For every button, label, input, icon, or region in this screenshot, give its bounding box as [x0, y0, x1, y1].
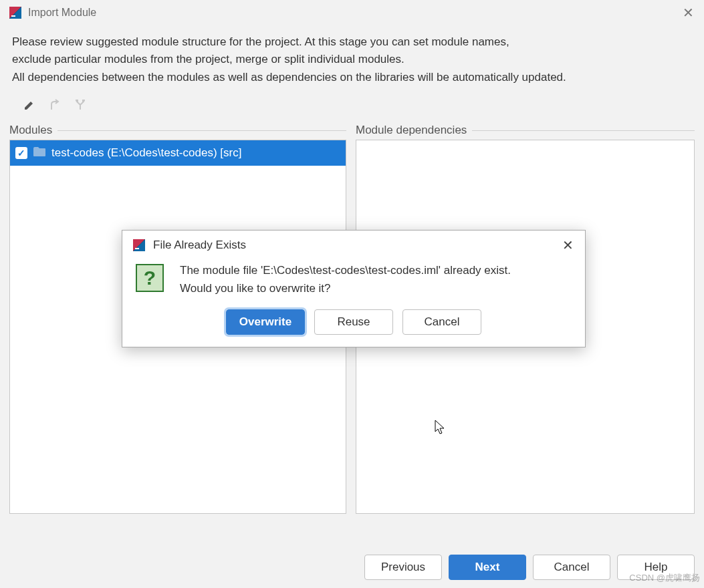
dialog-message-line: The module file 'E:\Codes\test-codes\tes… — [180, 261, 511, 279]
divider — [472, 130, 695, 131]
next-button[interactable]: Next — [449, 555, 526, 580]
file-exists-dialog: File Already Exists ✕ ? The module file … — [122, 230, 586, 347]
dialog-body: ? The module file 'E:\Codes\test-codes\t… — [122, 257, 585, 307]
watermark: CSDN @虎啸鹰扬 — [629, 572, 700, 584]
window-title: Import Module — [28, 7, 680, 19]
dialog-titlebar: File Already Exists ✕ — [122, 231, 585, 257]
mouse-cursor-icon — [435, 420, 447, 438]
dialog-title: File Already Exists — [153, 239, 553, 252]
reuse-button[interactable]: Reuse — [314, 309, 393, 335]
dependencies-label: Module dependencies — [356, 124, 467, 137]
dialog-close-icon[interactable]: ✕ — [560, 237, 576, 253]
module-row[interactable]: ✓ test-codes (E:\Codes\test-codes) [src] — [10, 140, 346, 166]
module-checkbox[interactable]: ✓ — [15, 147, 27, 159]
edit-icon[interactable] — [23, 98, 36, 114]
intellij-icon — [132, 238, 146, 253]
dialog-message: The module file 'E:\Codes\test-codes\tes… — [180, 261, 511, 297]
svg-rect-3 — [135, 248, 139, 249]
question-icon: ? — [136, 264, 164, 292]
instructions: Please review suggested module structure… — [0, 25, 704, 93]
merge-icon — [48, 98, 62, 114]
folder-icon — [33, 146, 46, 160]
module-label: test-codes (E:\Codes\test-codes) [src] — [51, 146, 241, 160]
intellij-icon — [8, 5, 23, 20]
dialog-message-line: Would you like to overwrite it? — [180, 279, 511, 297]
dialog-cancel-button[interactable]: Cancel — [402, 309, 481, 335]
modules-header: Modules — [9, 124, 346, 140]
modules-label: Modules — [9, 124, 52, 137]
close-icon[interactable]: ✕ — [680, 5, 696, 21]
divider — [57, 130, 346, 131]
toolbar — [0, 93, 704, 117]
split-icon — [74, 98, 87, 114]
dependencies-header: Module dependencies — [356, 124, 695, 140]
titlebar: Import Module ✕ — [0, 0, 704, 25]
overwrite-button[interactable]: Overwrite — [226, 309, 305, 335]
cancel-button[interactable]: Cancel — [533, 555, 610, 580]
instruction-line: exclude particular modules from the proj… — [12, 51, 692, 68]
instruction-line: Please review suggested module structure… — [12, 33, 692, 51]
svg-rect-1 — [11, 15, 15, 17]
dialog-buttons: Overwrite Reuse Cancel — [122, 307, 585, 347]
previous-button[interactable]: Previous — [364, 555, 442, 580]
instruction-line: All dependencies between the modules as … — [12, 69, 692, 86]
